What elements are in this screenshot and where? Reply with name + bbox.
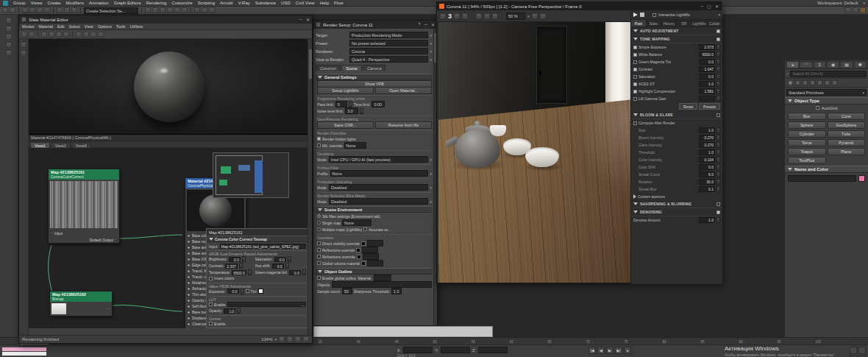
override-map-slot[interactable]	[367, 240, 383, 247]
row-checkbox[interactable]	[633, 90, 637, 93]
override-map-slot[interactable]	[362, 247, 378, 253]
tab-history[interactable]: History	[661, 20, 677, 26]
tone-mapping-row[interactable]: White Balance 6500.0	[631, 51, 722, 58]
env-3dsmax-radio[interactable]	[317, 214, 321, 218]
spinner[interactable]	[716, 52, 720, 57]
row-value[interactable]	[699, 96, 715, 102]
interactive-lightmix-checkbox[interactable]	[652, 13, 656, 17]
layer-manager-icon[interactable]	[160, 7, 166, 13]
tone-mapping-row[interactable]: Highlight Compression 1.581	[631, 88, 722, 95]
tone-mapping-row[interactable]: Green-Magenta Tint 0.0	[631, 58, 722, 66]
object-color-swatch[interactable]	[858, 175, 865, 182]
app-logo-icon[interactable]	[3, 1, 8, 6]
angle-snap-icon[interactable]	[202, 7, 207, 13]
row-value[interactable]: 1.047	[699, 66, 715, 72]
row-value[interactable]: 1.0	[699, 81, 715, 87]
spinner[interactable]	[716, 135, 720, 141]
show-map-viewport-icon[interactable]	[41, 32, 47, 38]
lights-category-icon[interactable]	[803, 80, 808, 85]
window-crossing-icon[interactable]	[44, 7, 50, 13]
time-slider-strip[interactable]	[313, 326, 493, 337]
timeline-tick[interactable]: 35	[319, 340, 322, 344]
spinner[interactable]	[248, 269, 252, 275]
pick-material-icon[interactable]	[21, 32, 27, 38]
x-coordinate-field[interactable]	[403, 347, 433, 353]
chevron-down-icon[interactable]: ▾	[430, 33, 432, 38]
timeline-tick[interactable]: 40	[357, 340, 360, 344]
minimize-icon[interactable]: ─	[424, 22, 427, 27]
chevron-down-icon[interactable]: ▾	[718, 13, 720, 17]
menu-item[interactable]: Flow	[334, 1, 344, 5]
tone-mapping-section[interactable]: TONE MAPPING	[631, 35, 722, 43]
tone-mapping-row[interactable]: Saturation 0.0	[631, 73, 722, 80]
material-editor-icon[interactable]	[182, 7, 188, 13]
primitive-button[interactable]: Sphere	[788, 121, 826, 129]
env-single-map-radio[interactable]	[317, 221, 321, 225]
utilities-tab[interactable]: ✱	[854, 61, 867, 68]
pan-tool-icon[interactable]	[279, 336, 285, 342]
expand-arrow-icon[interactable]	[633, 194, 636, 199]
override-checkbox[interactable]	[317, 255, 321, 258]
key-mode-button[interactable]: ●	[624, 347, 631, 354]
override-map-slot[interactable]	[363, 253, 379, 260]
denoising-checkbox[interactable]	[716, 211, 720, 214]
tint-checkbox[interactable]	[246, 289, 249, 293]
presets-button[interactable]: Presets	[699, 103, 720, 110]
open-material-button[interactable]: Open Material...	[375, 87, 432, 94]
menu-item[interactable]: Graph Editors	[114, 1, 141, 5]
play-button[interactable]: ▶	[606, 347, 613, 354]
zoom-extents-icon[interactable]	[98, 32, 104, 38]
menu-item[interactable]: Create	[48, 1, 61, 5]
chevron-down-icon[interactable]: ▾	[274, 337, 277, 342]
minimize-icon[interactable]: ─	[299, 17, 302, 22]
row-checkbox[interactable]	[633, 75, 637, 79]
ribbon-icon[interactable]	[6, 34, 12, 40]
tint-color-swatch[interactable]	[258, 289, 263, 294]
override-checkbox[interactable]	[317, 241, 321, 245]
spinner[interactable]	[302, 269, 306, 275]
timeline-tick[interactable]: 50	[433, 340, 437, 344]
custom-aperture-row[interactable]: Custom aperture	[631, 193, 722, 200]
pan-tool-icon[interactable]	[83, 32, 89, 38]
tone-mapping-row[interactable]: Contrast 1.047	[631, 66, 722, 73]
row-value[interactable]: 1.0	[699, 217, 715, 223]
spinner[interactable]	[288, 256, 291, 262]
override-color-swatch[interactable]	[356, 248, 360, 252]
close-icon[interactable]: ✕	[306, 17, 310, 22]
modify-tab[interactable]: ◠	[800, 61, 812, 68]
stop-render-icon[interactable]	[640, 13, 644, 17]
menu-item[interactable]: Group	[13, 1, 26, 5]
pass-limit-field[interactable]: 0	[335, 101, 347, 107]
object-name-field[interactable]	[788, 175, 856, 182]
fit-image-icon[interactable]	[532, 13, 538, 19]
sharpening-blurring-section[interactable]: SHARPENING & BLURRING	[631, 200, 722, 208]
setup-lightmix-button[interactable]: Setup LightMix	[317, 87, 374, 94]
spinner[interactable]	[349, 102, 352, 107]
accurate-checkbox[interactable]	[363, 227, 367, 231]
curve-editor-icon[interactable]	[167, 7, 173, 13]
spinner[interactable]	[716, 172, 720, 177]
move-icon[interactable]	[57, 7, 63, 13]
material-id-icon[interactable]	[63, 32, 69, 38]
timeline-tick[interactable]: 100	[815, 340, 821, 344]
sme-vertical-scrollbar[interactable]	[307, 39, 312, 335]
bloom-glare-section[interactable]: BLOOM & GLARE	[631, 111, 722, 119]
lut-enable-checkbox[interactable]	[209, 303, 213, 306]
timeline-tick[interactable]: 65	[548, 340, 552, 344]
scene-environment-rollout[interactable]: Scene Environment	[316, 206, 432, 213]
node-navigator[interactable]	[213, 152, 289, 198]
timeline-tick[interactable]: 95	[777, 340, 780, 344]
field-value[interactable]: No preset selected	[349, 40, 428, 46]
vfb-titlebar[interactable]: Corona 11 [ 94% / 503px ] [1:2] - Camera…	[437, 2, 721, 10]
noise-limit-field[interactable]: 3.0	[345, 107, 358, 114]
menu-item[interactable]: Arnold	[220, 1, 232, 5]
primitive-button[interactable]: Teapot	[788, 148, 826, 155]
spinner[interactable]	[716, 149, 720, 155]
input-map-button[interactable]: Map #2138625161 (wd_pine_sainto_SPEC.jpg…	[220, 244, 306, 249]
row-value[interactable]: 1.0	[699, 149, 715, 155]
shapes-category-icon[interactable]	[795, 80, 800, 85]
help-icon[interactable]: ?	[418, 22, 420, 27]
profile-dropdown[interactable]: None	[330, 170, 429, 177]
sample-count-field[interactable]: 50	[342, 288, 352, 294]
bitmap-node[interactable]: Map #2138625162 Bitmap	[49, 291, 113, 317]
